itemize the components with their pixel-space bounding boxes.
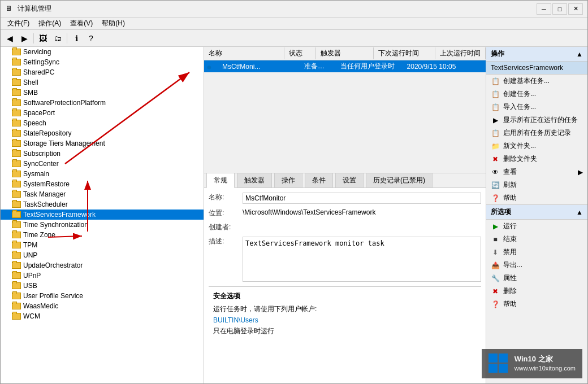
sub-action-label-6: 帮助 [503,299,517,309]
right-action-6[interactable]: ✖删除文件夹 [486,152,587,165]
svg-rect-7 [499,364,508,373]
close-button[interactable]: ✕ [568,3,583,15]
right-action-0[interactable]: 📋创建基本任务... [486,75,587,88]
sidebar-item-sharedpc[interactable]: SharedPC [1,67,204,77]
sidebar-item-userprofileservice[interactable]: User Profile Service [1,291,204,301]
svg-rect-5 [499,354,508,363]
sidebar-item-waasmedic[interactable]: WaasMedic [1,301,204,311]
sidebar-item-taskmanager[interactable]: Task Manager [1,189,204,199]
sidebar-item-servicing[interactable]: Servicing [1,47,204,57]
right-sub-action-0[interactable]: ▶运行 [486,220,587,233]
col-name[interactable]: 名称 [204,47,284,59]
action-icon-2: 📋 [491,103,500,112]
sidebar-item-wcm[interactable]: WCM [1,311,204,321]
action-label-6: 删除文件夹 [503,154,537,164]
sidebar-item-usb[interactable]: USB [1,281,204,291]
folder-icon [12,303,21,309]
table-row[interactable]: ● MsCtfMoni... 准备就绪 当任何用户登录时 2020/9/15 1… [204,60,486,73]
action-label-4: 启用所有任务历史记录 [503,128,571,138]
right-action-1[interactable]: 📋创建任务... [486,88,587,101]
right-sub-action-3[interactable]: 📤导出... [486,259,587,272]
task-status: 准备就绪 [300,62,336,71]
sidebar-item-smb[interactable]: SMB [1,88,204,98]
sidebar-item-speech[interactable]: Speech [1,118,204,128]
sidebar-item-label: WCM [23,312,40,320]
sidebar-item-staterepository[interactable]: StateRepository [1,128,204,138]
sidebar-item-taskscheduler[interactable]: TaskScheduler [1,199,204,210]
col-trigger[interactable]: 触发器 [316,47,373,59]
right-action-7[interactable]: 👁查看▶ [486,165,587,178]
right-sub-action-1[interactable]: ■结束 [486,233,587,246]
sidebar-item-settingsync[interactable]: SettingSync [1,57,204,67]
folder-icon [12,99,21,106]
help-button[interactable]: ? [84,32,98,45]
action-icon-0: 📋 [491,77,500,86]
right-action-5[interactable]: 📁新文件夹... [486,139,587,152]
right-action-8[interactable]: 🔄刷新 [486,178,587,191]
security-title: 安全选项 [213,291,477,301]
sidebar-item-timesynchronization[interactable]: Time Synchronization [1,220,204,230]
folder-icon [12,140,21,147]
sidebar-item-upnp[interactable]: UPnP [1,270,204,281]
sidebar-item-updateorchestrator[interactable]: UpdateOrchestrator [1,260,204,270]
properties-button[interactable]: ℹ [70,32,83,45]
sidebar-item-textservicesframework[interactable]: TextServicesFramework [1,210,204,220]
menu-help[interactable]: 帮助(H) [97,18,129,29]
sidebar-item-spaceport[interactable]: SpacePort [1,108,204,118]
right-sub-action-6[interactable]: ❓帮助 [486,298,587,311]
folder-icon [12,242,21,248]
tab-actions[interactable]: 操作 [274,173,302,187]
sidebar-item-sysmain[interactable]: Sysmain [1,169,204,179]
sidebar-item-tpm[interactable]: TPM [1,240,204,250]
menu-view[interactable]: 查看(V) [66,18,97,29]
up-button[interactable]: 🖼 [36,32,50,45]
tab-history[interactable]: 历史记录(已禁用) [366,173,433,187]
right-sub-action-2[interactable]: ⬇禁用 [486,246,587,259]
col-next-run[interactable]: 下次运行时间 [374,47,435,59]
back-button[interactable]: ◀ [3,32,16,45]
task-trigger: 当任何用户登录时 [336,62,403,71]
right-sub-action-5[interactable]: ✖删除 [486,285,587,298]
sub-action-icon-4: 🔧 [491,274,500,283]
main-content: ServicingSettingSyncSharedPCShellSMBSoft… [1,47,587,383]
sub-action-label-4: 属性 [503,273,517,283]
sidebar-item-storagetiersmanagement[interactable]: Storage Tiers Management [1,138,204,149]
right-sub-action-4[interactable]: 🔧属性 [486,272,587,285]
right-action-2[interactable]: 📋导入任务... [486,101,587,114]
menu-file[interactable]: 文件(F) [3,18,34,29]
right-action-4[interactable]: 📋启用所有任务历史记录 [486,126,587,139]
right-action-3[interactable]: ▶显示所有正在运行的任务 [486,114,587,126]
tab-general[interactable]: 常规 [206,173,235,188]
tab-conditions[interactable]: 条件 [305,173,333,187]
tab-triggers[interactable]: 触发器 [237,173,272,187]
right-actions-container: 📋创建基本任务...📋创建任务...📋导入任务...▶显示所有正在运行的任务📋启… [486,75,587,204]
action-label-7: 查看 [503,167,517,177]
folder-icon [12,49,21,55]
maximize-button[interactable]: □ [552,3,567,15]
sidebar-item-subscription[interactable]: Subscription [1,149,204,159]
sidebar-item-synccenter[interactable]: SyncCenter [1,159,204,169]
folder-icon [12,89,21,96]
sub-action-label-0: 运行 [503,221,517,231]
show-hide-button[interactable]: 🗂 [51,32,64,45]
menu-action[interactable]: 操作(A) [34,18,66,29]
right-action-9[interactable]: ❓帮助 [486,191,587,204]
sidebar-item-timezone[interactable]: Time Zone [1,230,204,240]
col-last-run[interactable]: 上次运行时间 [435,47,486,59]
location-label: 位置: [209,208,243,218]
tab-settings[interactable]: 设置 [335,173,364,187]
watermark: Win10 之家 www.win10xitong.com [482,349,582,378]
sub-action-icon-6: ❓ [491,300,500,309]
right-panel: 操作 ▲ TextServicesFramework 📋创建基本任务...📋创建… [486,47,587,383]
minimize-button[interactable]: ─ [537,3,551,15]
sidebar-item-systemrestore[interactable]: SystemRestore [1,179,204,189]
desc-textarea[interactable]: TextServicesFramework monitor task [243,237,481,282]
sidebar-item-unp[interactable]: UNP [1,250,204,260]
toolbar-separator-2 [67,33,67,43]
sidebar-item-label: Sysmain [23,170,49,178]
sidebar-item-softwareprotectionplatform[interactable]: SoftwareProtectionPlatform [1,98,204,108]
forward-button[interactable]: ▶ [18,32,31,45]
sidebar-item-shell[interactable]: Shell [1,77,204,88]
col-status[interactable]: 状态 [284,47,316,59]
watermark-text: Win10 之家 www.win10xitong.com [514,354,576,373]
